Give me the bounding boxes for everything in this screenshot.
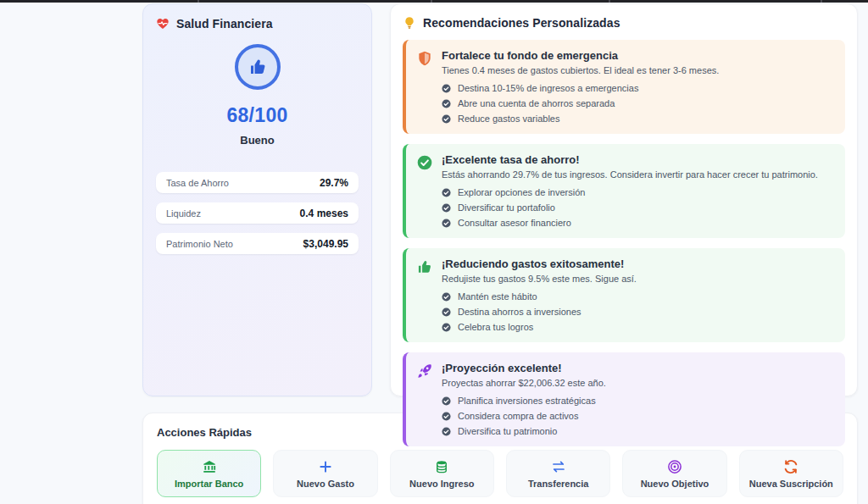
recommendation-item: Planifica inversiones estratégicas [442, 396, 606, 406]
recommendations-title: Recomendaciones Personalizadas [423, 16, 620, 30]
check-bullet-icon [442, 188, 451, 197]
tab-separator [609, 0, 610, 3]
check-bullet-icon [442, 323, 451, 332]
metric-value: 29.7% [320, 177, 348, 189]
check-bullet-icon [442, 396, 451, 406]
health-metrics: Tasa de Ahorro 29.7% Liquidez 0.4 meses … [156, 172, 359, 254]
action-button-label: Nuevo Ingreso [409, 479, 474, 489]
financial-health-card: Salud Financiera 68/100 Bueno Tasa de Ah… [142, 3, 372, 396]
check-bullet-icon [442, 307, 451, 317]
recommendation-item: Destina 10-15% de ingresos a emergencias [442, 83, 719, 93]
action-button-label: Nuevo Gasto [297, 479, 354, 489]
recommendation-item: Consultar asesor financiero [442, 218, 818, 228]
recommendation-item-text: Considera compra de activos [458, 411, 578, 421]
recommendation-items: Destina 10-15% de ingresos a emergencias… [442, 83, 719, 124]
recommendation-item-text: Consultar asesor financiero [458, 218, 571, 228]
recommendation-item-text: Celebra tus logros [458, 322, 533, 332]
tab-separator [198, 0, 199, 3]
metric-value: $3,049.95 [303, 238, 348, 250]
recommendation-savings-rate: ¡Excelente tasa de ahorro! Estás ahorran… [403, 144, 845, 238]
health-score-value: 68/100 [156, 104, 359, 127]
check-bullet-icon [442, 84, 451, 93]
recommendation-item-text: Planifica inversiones estratégicas [458, 396, 596, 406]
action-button-label: Importar Banco [175, 479, 243, 489]
recommendation-item-text: Reduce gastos variables [458, 114, 559, 124]
tab-separator [821, 0, 822, 3]
recommendation-title: ¡Reduciendo gastos exitosamente! [442, 258, 637, 270]
health-score-status: Bueno [156, 134, 359, 147]
refresh-icon [783, 459, 798, 474]
recommendation-item: Diversificar tu portafolio [442, 202, 818, 213]
new-goal-button[interactable]: Nuevo Objetivo [622, 450, 726, 497]
coins-icon [434, 459, 449, 474]
check-bullet-icon [442, 203, 451, 213]
recommendation-item: Reduce gastos variables [442, 114, 719, 124]
quick-actions-row: Importar Banco Nuevo Gasto Nuevo [157, 450, 843, 497]
check-bullet-icon [442, 99, 451, 108]
action-button-label: Nuevo Objetivo [641, 479, 709, 489]
recommendation-emergency-fund: Fortalece tu fondo de emergencia Tienes … [403, 40, 845, 134]
plus-icon [318, 459, 333, 474]
recommendation-title: ¡Excelente tasa de ahorro! [442, 153, 818, 166]
recommendation-items: Planifica inversiones estratégicas Consi… [442, 396, 606, 436]
thumbs-up-score-icon [248, 57, 268, 77]
transfer-button[interactable]: Transferencia [506, 450, 610, 497]
thumbs-up-icon [416, 258, 433, 275]
recommendation-projection: ¡Proyección excelente! Proyectas ahorrar… [403, 352, 845, 446]
recommendation-expense-reduction: ¡Reduciendo gastos exitosamente! Redujis… [403, 248, 845, 342]
browser-tab-strip [0, 0, 868, 3]
recommendation-item-text: Mantén este hábito [458, 291, 537, 302]
recommendation-items: Explorar opciones de inversión Diversifi… [442, 187, 818, 228]
bank-icon [202, 459, 217, 474]
dashboard-content: Salud Financiera 68/100 Bueno Tasa de Ah… [142, 3, 858, 504]
new-income-button[interactable]: Nuevo Ingreso [390, 450, 494, 497]
check-circle-icon [416, 154, 433, 171]
recommendation-description: Estás ahorrando 29.7% de tus ingresos. C… [442, 169, 818, 180]
metric-label: Patrimonio Neto [166, 239, 233, 249]
shield-icon [416, 50, 433, 67]
recommendation-item-text: Explorar opciones de inversión [458, 187, 585, 197]
check-bullet-icon [442, 219, 451, 228]
recommendation-title: Fortalece tu fondo de emergencia [442, 49, 719, 62]
action-button-label: Transferencia [528, 479, 589, 489]
recommendation-item: Explorar opciones de inversión [442, 187, 818, 197]
heart-pulse-icon [156, 17, 170, 30]
recommendation-item-text: Diversifica tu patrimonio [458, 426, 557, 436]
recommendations-header: Recomendaciones Personalizadas [403, 16, 845, 30]
recommendation-item: Celebra tus logros [442, 322, 637, 332]
recommendation-items: Mantén este hábito Destina ahorros a inv… [442, 291, 637, 332]
recommendation-item: Considera compra de activos [442, 411, 606, 421]
action-button-label: Nueva Suscripción [749, 479, 833, 489]
metric-label: Liquidez [166, 208, 201, 219]
metric-label: Tasa de Ahorro [166, 178, 229, 188]
check-bullet-icon [442, 114, 451, 124]
recommendation-item: Mantén este hábito [442, 291, 637, 302]
health-card-header: Salud Financiera [156, 17, 359, 30]
metric-value: 0.4 meses [300, 208, 348, 219]
check-bullet-icon [442, 292, 451, 302]
check-bullet-icon [442, 427, 451, 436]
metric-row-savings-rate: Tasa de Ahorro 29.7% [156, 172, 359, 193]
recommendations-card: Recomendaciones Personalizadas Fortalece… [390, 3, 858, 396]
recommendation-title: ¡Proyección excelente! [442, 362, 606, 374]
transfer-arrows-icon [551, 459, 566, 474]
health-score-circle [235, 44, 281, 90]
recommendation-item-text: Destina 10-15% de ingresos a emergencias [458, 83, 638, 93]
recommendation-item: Destina ahorros a inversiones [442, 307, 637, 317]
lightbulb-icon [403, 16, 416, 30]
target-icon [667, 459, 682, 474]
recommendation-item-text: Diversificar tu portafolio [458, 202, 555, 213]
metric-row-liquidity: Liquidez 0.4 meses [156, 202, 359, 224]
recommendation-item-text: Destina ahorros a inversiones [458, 307, 581, 317]
recommendation-description: Redujiste tus gastos 9.5% este mes. Sigu… [442, 274, 637, 284]
new-expense-button[interactable]: Nuevo Gasto [273, 450, 377, 497]
import-bank-button[interactable]: Importar Banco [157, 450, 261, 497]
metric-row-net-worth: Patrimonio Neto $3,049.95 [156, 233, 359, 254]
recommendation-description: Tienes 0.4 meses de gastos cubiertos. El… [442, 65, 719, 75]
check-bullet-icon [442, 412, 451, 421]
recommendation-item: Abre una cuenta de ahorros separada [442, 98, 719, 108]
new-subscription-button[interactable]: Nueva Suscripción [739, 450, 843, 497]
recommendation-item: Diversifica tu patrimonio [442, 426, 606, 436]
health-card-title: Salud Financiera [176, 17, 273, 30]
tab-separator [431, 0, 432, 3]
